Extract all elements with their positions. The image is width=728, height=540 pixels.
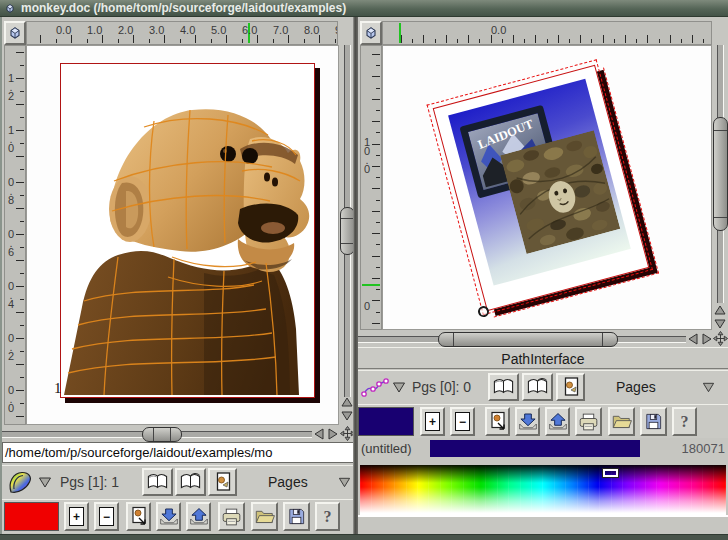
left-hscroll-arrows[interactable] [314, 427, 338, 441]
window-border [0, 534, 728, 540]
right-horizontal-scrollbar[interactable] [358, 330, 728, 347]
plus-glyph: + [73, 511, 80, 523]
question-glyph: ? [681, 413, 689, 431]
pager-dropdown-icon[interactable] [392, 382, 406, 393]
right-current-color-swatch[interactable] [358, 407, 414, 436]
ruler-label: 3.0 [149, 24, 164, 36]
left-vscroll-arrows[interactable] [340, 397, 354, 421]
monkey-page[interactable]: 1 [60, 63, 315, 398]
right-canvas[interactable]: LAIDOUT [382, 45, 712, 330]
window-titlebar[interactable]: monkey.doc (/home/tom/p/sourceforge/laid… [0, 0, 728, 17]
cube-icon [363, 25, 379, 41]
left-vertical-ruler[interactable]: 1 . 21 . 00 . 80 . 60 . 40 . 20 . 0 [4, 45, 26, 425]
book-next-icon [525, 377, 550, 397]
export-button[interactable] [186, 502, 211, 531]
left-canvas[interactable]: 1 [26, 45, 339, 425]
pager-dropdown-icon[interactable] [38, 477, 52, 488]
save-floppy-icon [287, 507, 306, 526]
export-arrow-icon [189, 506, 209, 527]
import-arrow-icon [159, 506, 179, 527]
color-info-bar: (untitled) 180071 [358, 438, 728, 462]
ruler-label: 0 . 8 [8, 178, 14, 205]
right-hscroll-arrows[interactable] [688, 332, 712, 346]
document-path-field[interactable]: /home/tom/p/sourceforge/laidout/examples… [2, 442, 355, 463]
color-spectrum-picker[interactable] [360, 465, 726, 515]
left-hscroll-handle[interactable] [142, 427, 182, 442]
insert-image-button[interactable] [126, 502, 151, 531]
current-color-preview[interactable] [430, 440, 640, 457]
printer-icon [221, 507, 242, 527]
page-hand-icon [561, 376, 581, 398]
question-glyph: ? [324, 508, 332, 526]
tool-message-bar: PathInterface [358, 347, 728, 369]
ruler-label: 0 . 2 [8, 334, 14, 361]
prev-spread-button[interactable] [142, 468, 173, 496]
right-action-toolbar: + − ? [358, 404, 728, 438]
insert-image-icon [130, 506, 148, 527]
left-pager-toolbar: Pgs [1]: 1 Pages [2, 465, 355, 499]
spectrum-cursor[interactable] [603, 469, 618, 477]
help-button[interactable]: ? [315, 502, 340, 531]
right-pager-toolbar: Pgs [0]: 0 Pages [358, 370, 728, 404]
ruler-label: 7.0 [273, 24, 288, 36]
open-document-button[interactable] [251, 502, 278, 531]
right-vertical-ruler[interactable]: 1 0 . 00 [360, 45, 382, 330]
right-view-mode-menu[interactable]: Pages [616, 379, 656, 395]
left-view-mode-dropdown-icon[interactable] [338, 477, 351, 488]
page-properties-button[interactable] [556, 373, 585, 401]
right-hscroll-handle[interactable] [438, 332, 618, 347]
right-horizontal-ruler[interactable]: 0.010.0 [382, 21, 712, 45]
export-button[interactable] [545, 407, 570, 436]
ruler-label: 1 0 . 0 [364, 138, 370, 174]
print-button[interactable] [575, 407, 602, 436]
help-button[interactable]: ? [672, 407, 697, 436]
document-path-text: /home/tom/p/sourceforge/laidout/examples… [5, 445, 272, 460]
left-horizontal-ruler[interactable]: 0.01.02.03.04.05.06.07.08.09.0 [26, 21, 338, 45]
book-prev-icon [491, 377, 516, 397]
left-view-mode-menu[interactable]: Pages [268, 474, 308, 490]
page-flipper-icon[interactable] [6, 470, 34, 495]
delete-page-button[interactable]: − [450, 407, 475, 436]
add-page-button[interactable]: + [64, 502, 89, 531]
import-button[interactable] [515, 407, 540, 436]
delete-page-button[interactable]: − [94, 502, 119, 531]
save-document-button[interactable] [283, 502, 310, 531]
laidout-window: monkey.doc (/home/tom/p/sourceforge/laid… [0, 0, 728, 540]
ruler-label: 0 . 0 [8, 386, 14, 413]
right-pages-status: Pgs [0]: 0 [412, 379, 471, 395]
right-vscroll-handle[interactable] [713, 117, 728, 231]
open-document-button[interactable] [608, 407, 635, 436]
right-pane-filler [358, 515, 728, 536]
next-spread-button[interactable] [175, 468, 206, 496]
import-button[interactable] [156, 502, 181, 531]
right-ruler-units-button[interactable] [360, 21, 382, 45]
ruler-label: 4.0 [180, 24, 195, 36]
left-ruler-units-button[interactable] [4, 21, 26, 45]
open-folder-icon [254, 507, 275, 526]
next-spread-button[interactable] [522, 373, 553, 401]
export-arrow-icon [548, 411, 568, 432]
window-title: monkey.doc (/home/tom/p/sourceforge/laid… [21, 1, 346, 15]
artboard-page[interactable]: LAIDOUT [433, 65, 650, 311]
book-prev-icon [145, 472, 170, 492]
add-page-button[interactable]: + [420, 407, 445, 436]
save-document-button[interactable] [640, 407, 667, 436]
ruler-label: 9.0 [335, 24, 338, 36]
left-current-color-swatch[interactable] [4, 502, 59, 531]
monkey-image[interactable] [56, 63, 312, 395]
page-properties-button[interactable] [208, 468, 237, 496]
prev-spread-button[interactable] [488, 373, 519, 401]
insert-image-button[interactable] [485, 407, 510, 436]
book-next-icon [178, 472, 203, 492]
ruler-label: 0.0 [491, 24, 506, 36]
color-hex-value: 180071 [682, 441, 725, 456]
cube-icon [7, 25, 23, 41]
right-vruler-mouse-cursor [362, 284, 380, 286]
right-vscroll-arrows[interactable] [713, 305, 727, 329]
print-button[interactable] [218, 502, 245, 531]
path-tool-icon[interactable] [361, 375, 389, 400]
right-pan-icon[interactable] [713, 331, 728, 346]
right-view-mode-dropdown-icon[interactable] [702, 382, 715, 393]
left-horizontal-scrollbar[interactable] [2, 425, 355, 442]
right-vertical-scrollbar[interactable] [712, 45, 728, 330]
